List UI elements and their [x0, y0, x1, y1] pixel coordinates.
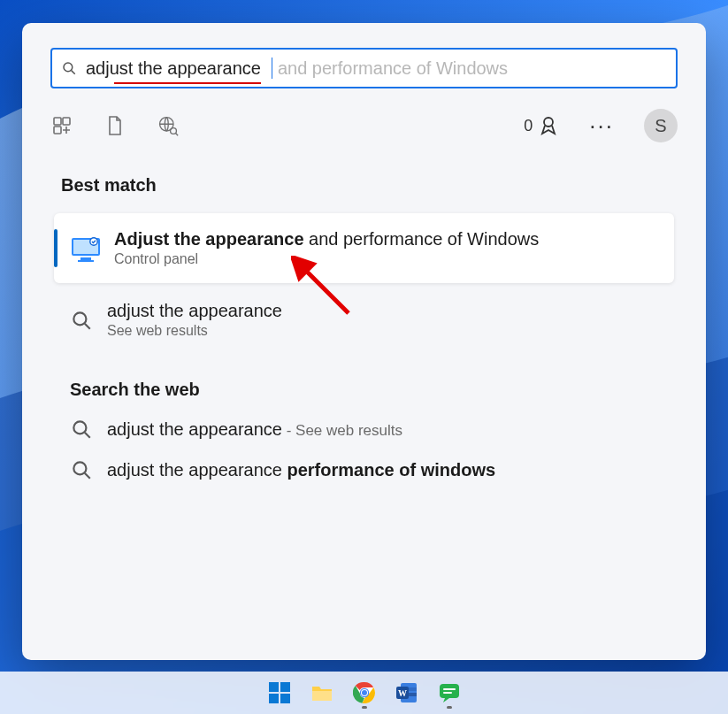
svg-rect-5 — [54, 127, 61, 134]
svg-rect-3 — [54, 118, 61, 125]
search-filter-row: 0 ··· S — [50, 106, 678, 145]
taskbar: W — [0, 672, 728, 714]
web-result-2[interactable]: adjust the appearance performance of win… — [70, 458, 658, 481]
best-match-title: Adjust the appearance and performance of… — [114, 229, 539, 250]
result-title: adjust the appearance — [107, 301, 282, 321]
svg-line-17 — [85, 323, 90, 328]
rewards-badge[interactable]: 0 — [524, 115, 559, 136]
svg-rect-12 — [80, 257, 91, 260]
svg-rect-4 — [63, 118, 70, 125]
svg-point-18 — [73, 421, 86, 434]
search-input-container[interactable]: adjust the appearance and performance of… — [50, 48, 678, 88]
svg-rect-26 — [312, 691, 332, 701]
svg-rect-36 — [440, 684, 459, 698]
result-subtitle: See web results — [107, 323, 282, 339]
section-title-best-match: Best match — [61, 175, 667, 196]
svg-rect-38 — [443, 692, 452, 694]
svg-point-16 — [73, 312, 86, 325]
svg-line-8 — [176, 134, 179, 136]
svg-text:W: W — [398, 688, 407, 698]
taskbar-start-button[interactable] — [268, 681, 291, 704]
search-autocomplete-ghost: and performance of Windows — [278, 58, 508, 79]
svg-rect-25 — [280, 694, 290, 703]
result-title: adjust the appearance performance of win… — [107, 460, 495, 480]
best-match-subtitle: Control panel — [114, 251, 539, 267]
best-match-result[interactable]: Adjust the appearance and performance of… — [54, 213, 674, 283]
rewards-count: 0 — [524, 117, 533, 135]
start-search-panel: adjust the appearance and performance of… — [22, 23, 706, 660]
search-icon — [61, 60, 77, 76]
section-title-search-web: Search the web — [70, 380, 667, 400]
rewards-icon — [538, 115, 559, 136]
selection-indicator — [54, 229, 57, 267]
filter-apps-icon[interactable] — [50, 114, 73, 137]
svg-rect-13 — [78, 260, 94, 262]
search-icon — [70, 458, 93, 481]
svg-rect-23 — [280, 682, 290, 692]
monitor-settings-icon — [70, 233, 102, 265]
web-suggestion-result[interactable]: adjust the appearance See web results — [70, 301, 658, 339]
taskbar-chrome-icon[interactable] — [353, 681, 376, 704]
search-typed-text: adjust the appearance — [86, 58, 261, 79]
user-avatar[interactable]: S — [644, 109, 678, 142]
taskbar-messages-icon[interactable] — [438, 681, 461, 704]
svg-rect-37 — [443, 688, 456, 690]
taskbar-file-explorer-icon[interactable] — [310, 681, 333, 704]
svg-point-9 — [544, 118, 553, 127]
annotation-underline — [114, 82, 261, 84]
taskbar-word-icon[interactable]: W — [395, 681, 418, 704]
svg-point-30 — [362, 690, 367, 695]
filter-web-icon[interactable] — [157, 114, 180, 137]
search-icon — [70, 309, 93, 332]
svg-rect-22 — [269, 682, 279, 692]
svg-point-20 — [73, 462, 86, 474]
web-result-1[interactable]: adjust the appearance - See web results — [70, 418, 658, 441]
svg-line-21 — [85, 473, 90, 479]
svg-line-2 — [72, 71, 75, 74]
result-title: adjust the appearance - See web results — [107, 419, 402, 440]
svg-point-7 — [171, 128, 177, 134]
svg-line-19 — [85, 433, 90, 438]
filter-documents-icon[interactable] — [103, 114, 126, 137]
svg-point-1 — [64, 63, 73, 72]
text-cursor — [272, 58, 272, 79]
svg-rect-24 — [269, 694, 279, 703]
search-icon — [70, 418, 93, 441]
